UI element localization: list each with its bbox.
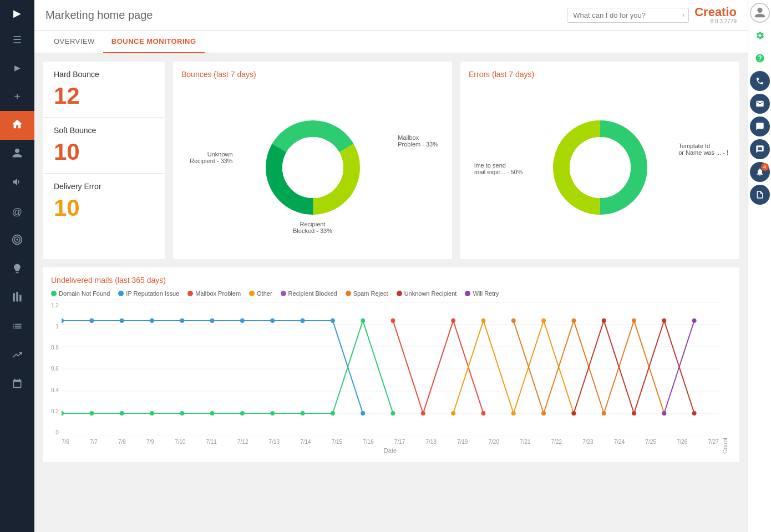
svg-point-25 [300, 318, 305, 323]
svg-point-37 [331, 411, 335, 416]
svg-point-49 [511, 318, 516, 323]
notifications-button[interactable]: 4 [750, 162, 770, 182]
unknown-recipient-label: Unknown Recipient [404, 290, 457, 297]
undelivered-chart-title: Undelivered mails (last 365 days) [51, 276, 731, 285]
sidebar-item-analytics[interactable] [0, 342, 34, 371]
svg-point-29 [89, 411, 94, 416]
x-tick-725: 7/25 [645, 439, 656, 445]
x-tick-77: 7/7 [90, 439, 98, 445]
bounces-chart-title: Bounces (last 7 days) [181, 70, 444, 79]
chart-plot-area: 7/6 7/7 7/8 7/9 7/10 7/11 7/12 7/13 7/14… [62, 302, 719, 454]
errors-donut-container: ime to sendmail expir... - 50% Template … [469, 84, 731, 251]
errors-chart-title: Errors (last 7 days) [469, 70, 731, 79]
sidebar-item-home[interactable] [0, 111, 34, 140]
search-container: › [567, 8, 689, 23]
spam-reject-dot [346, 291, 351, 296]
line-chart-svg [62, 302, 719, 435]
svg-point-2 [16, 239, 18, 240]
line-chart-wrapper: 1.2 1 0.8 0.6 0.4 0.2 0 [51, 302, 731, 454]
search-input[interactable] [567, 8, 689, 23]
svg-point-44 [451, 411, 455, 416]
y-tick-02: 0.2 [51, 408, 59, 414]
soft-bounce-stat: Soft Bounce 10 [43, 118, 165, 174]
svg-point-21 [180, 318, 184, 323]
sidebar-expand-button[interactable]: ▶ [0, 0, 34, 27]
svg-point-57 [632, 411, 636, 416]
chat-button[interactable] [750, 116, 770, 136]
chat2-button[interactable] [750, 139, 770, 159]
x-tick-719: 7/19 [457, 439, 468, 445]
svg-point-20 [150, 318, 154, 323]
x-tick-712: 7/12 [237, 439, 248, 445]
sidebar-menu-button[interactable]: ☰ [0, 27, 34, 53]
plus-icon: + [14, 90, 21, 103]
sidebar-item-marketing[interactable] [0, 169, 34, 197]
sidebar-item-email[interactable]: @ [0, 197, 34, 226]
home-icon [11, 118, 23, 133]
svg-point-27 [361, 411, 365, 416]
help-button[interactable] [750, 48, 770, 68]
at-icon: @ [12, 206, 22, 218]
svg-point-39 [390, 411, 395, 416]
svg-point-24 [270, 318, 275, 323]
svg-point-43 [481, 411, 485, 416]
legend-recipient-blocked: Recipient Blocked [281, 290, 337, 297]
y-tick-12: 1.2 [51, 302, 59, 308]
tab-overview[interactable]: OVERVIEW [45, 31, 103, 53]
ip-reputation-dot [118, 291, 124, 296]
svg-point-18 [89, 318, 94, 323]
x-tick-723: 7/23 [582, 439, 593, 445]
sidebar-item-user[interactable] [0, 140, 34, 169]
user-avatar[interactable] [750, 3, 770, 23]
x-tick-718: 7/18 [425, 439, 436, 445]
svg-point-58 [662, 318, 666, 323]
svg-point-41 [421, 411, 425, 416]
sidebar-item-target[interactable] [0, 226, 34, 255]
sidebar-item-ideas[interactable] [0, 255, 34, 284]
legend-spam-reject: Spam Reject [346, 290, 388, 297]
legend-domain-not-found: Domain Not Found [51, 290, 110, 297]
lightbulb-icon [12, 263, 23, 277]
header: Marketing home page › Creatio 8.0.3.2779 [34, 0, 748, 31]
megaphone-icon [12, 176, 23, 190]
calendar-icon [12, 378, 23, 392]
svg-point-23 [240, 318, 245, 323]
svg-point-53 [632, 318, 636, 323]
mailbox-problem-dot [187, 291, 193, 296]
x-tick-720: 7/20 [489, 439, 499, 445]
logo: Creatio 8.0.3.2779 [694, 6, 737, 24]
legend-will-retry: Will Retry [465, 290, 499, 297]
reports-button[interactable] [750, 185, 770, 205]
delivery-error-stat: Delivery Error 10 [43, 174, 165, 229]
phone-button[interactable] [750, 71, 770, 91]
sidebar-item-reports1[interactable] [0, 284, 34, 313]
content-area: Hard Bounce 12 Soft Bounce 10 Delivery E… [34, 53, 748, 532]
bounces-donut-container: UnknownRecipient - 33% MailboxProblem - … [181, 84, 444, 251]
tab-bounce-monitoring[interactable]: BOUNCE MONITORING [103, 31, 205, 53]
sidebar-item-add[interactable]: + [0, 82, 34, 111]
svg-point-28 [62, 411, 64, 416]
bounces-donut-svg [257, 112, 368, 223]
chevron-right-icon: ▶ [13, 7, 21, 19]
stats-row: Hard Bounce 12 Soft Bounce 10 Delivery E… [43, 62, 739, 259]
delivery-error-label: Delivery Error [54, 182, 154, 191]
y-tick-1: 1 [55, 323, 59, 330]
svg-point-31 [150, 411, 154, 416]
x-axis: 7/6 7/7 7/8 7/9 7/10 7/11 7/12 7/13 7/14… [62, 438, 719, 446]
y-tick-06: 0.6 [51, 366, 59, 372]
sidebar-item-calendar[interactable] [0, 371, 34, 399]
x-tick-76: 7/6 [62, 439, 69, 445]
email-button[interactable] [750, 94, 770, 114]
other-dot [249, 291, 255, 296]
sidebar-item-reports2[interactable] [0, 313, 34, 342]
svg-point-26 [331, 318, 335, 323]
ip-reputation-label: IP Reputation Issue [126, 290, 179, 297]
recipient-blocked-dot [281, 291, 286, 296]
soft-bounce-label: Soft Bounce [54, 126, 154, 135]
sidebar-item-play[interactable]: ▶ [0, 53, 34, 82]
settings-button[interactable] [750, 26, 770, 45]
recipient-blocked-label: RecipientBlocked - 33% [293, 221, 332, 234]
x-tick-711: 7/11 [206, 439, 216, 445]
svg-point-42 [451, 318, 455, 323]
mailbox-problem-label: Mailbox Problem [195, 290, 241, 297]
